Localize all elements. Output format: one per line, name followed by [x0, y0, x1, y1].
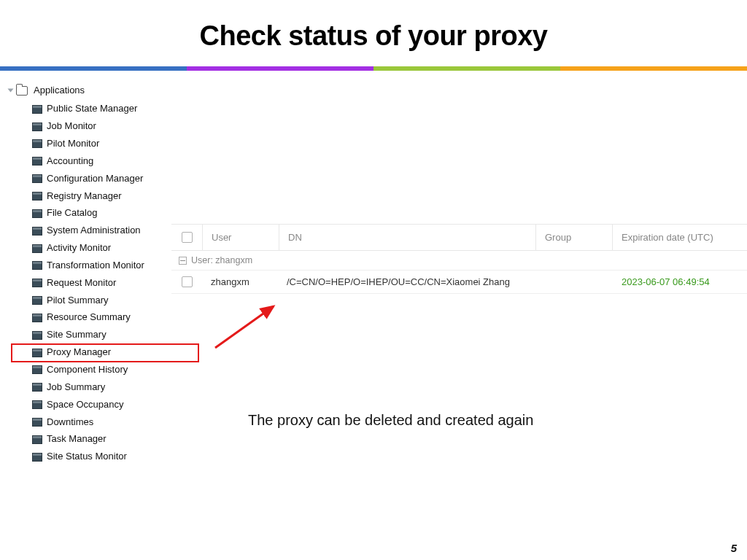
- app-window-icon: [32, 227, 42, 236]
- app-window-icon: [32, 139, 42, 148]
- sidebar-item-label: System Administration: [47, 224, 141, 238]
- sidebar-item-label: Public State Manager: [47, 102, 137, 116]
- app-window-icon: [32, 314, 42, 322]
- sidebar-item[interactable]: File Catalog: [29, 205, 198, 222]
- sidebar-tree: Applications Public State ManagerJob Mon…: [9, 84, 198, 466]
- sidebar-item-label: Downtimes: [47, 416, 93, 429]
- sidebar-item-label: Site Status Monitor: [47, 450, 127, 464]
- row-expiration: 2023-06-07 06:49:54: [613, 271, 747, 293]
- tree-root-applications[interactable]: Applications: [9, 84, 198, 98]
- header-group[interactable]: Group: [536, 225, 613, 250]
- sidebar-item-label: Site Summary: [47, 328, 107, 342]
- slide-title: Check status of your proxy: [0, 20, 747, 52]
- proxy-table: User DN Group Expiration date (UTC) User…: [171, 224, 747, 294]
- svg-line-0: [215, 306, 274, 348]
- app-window-icon: [32, 105, 42, 114]
- sidebar-item-label: Proxy Manager: [47, 346, 111, 359]
- sidebar-item[interactable]: Component History: [29, 362, 198, 379]
- sidebar-item-label: Registry Manager: [47, 190, 122, 203]
- sidebar-item-label: Accounting: [47, 155, 93, 168]
- sidebar-item-label: File Catalog: [47, 206, 97, 220]
- app-window-icon: [32, 279, 42, 287]
- sidebar-item-label: Task Manager: [47, 432, 107, 446]
- sidebar-item[interactable]: Accounting: [29, 152, 198, 170]
- checkbox-icon: [182, 232, 193, 243]
- header-checkbox-cell[interactable]: [171, 225, 203, 250]
- sidebar-item[interactable]: Pilot Monitor: [29, 136, 198, 153]
- app-window-icon: [32, 157, 42, 166]
- table-group-row[interactable]: User: zhangxm: [171, 251, 747, 271]
- sidebar-item-label: Request Monitor: [47, 276, 116, 290]
- app-window-icon: [32, 383, 42, 392]
- app-window-icon: [32, 453, 42, 462]
- row-dn: /C=CN/O=HEP/O=IHEP/OU=CC/CN=Xiaomei Zhan…: [278, 271, 537, 293]
- sidebar-item[interactable]: Resource Summary: [29, 309, 198, 327]
- sidebar-item[interactable]: Pilot Summary: [29, 292, 198, 309]
- sidebar-item[interactable]: Proxy Manager: [12, 344, 198, 362]
- app-window-icon: [32, 418, 42, 427]
- app-window-icon: [32, 296, 42, 305]
- sidebar-item-label: Pilot Summary: [47, 294, 109, 308]
- tree-root-label: Applications: [34, 84, 85, 98]
- collapse-icon: [179, 257, 187, 265]
- page-number: 5: [731, 542, 737, 554]
- app-window-icon: [32, 209, 42, 218]
- sidebar-item[interactable]: Registry Manager: [29, 187, 198, 205]
- arrow-annotation-icon: [212, 300, 285, 351]
- caret-down-icon: [8, 89, 14, 93]
- app-window-icon: [32, 435, 42, 444]
- app-window-icon: [32, 349, 42, 357]
- sidebar-item[interactable]: Configuration Manager: [29, 170, 198, 187]
- caption-text: The proxy can be deleted and created aga…: [248, 412, 533, 429]
- sidebar-item-label: Resource Summary: [47, 311, 131, 324]
- folder-icon: [16, 86, 28, 96]
- app-window-icon: [32, 244, 42, 253]
- app-window-icon: [32, 122, 42, 131]
- table-row[interactable]: zhangxm /C=CN/O=HEP/O=IHEP/OU=CC/CN=Xiao…: [171, 271, 747, 294]
- app-window-icon: [32, 400, 42, 409]
- sidebar-item-label: Space Occupancy: [47, 398, 124, 412]
- sidebar-item-label: Configuration Manager: [47, 172, 143, 186]
- sidebar-item-label: Job Monitor: [47, 120, 96, 133]
- sidebar-item-label: Component History: [47, 363, 128, 377]
- sidebar-item-label: Job Summary: [47, 381, 105, 394]
- row-user: zhangxm: [202, 271, 278, 293]
- header-dn[interactable]: DN: [279, 225, 536, 250]
- row-group: [537, 271, 613, 293]
- sidebar-item[interactable]: Downtimes: [29, 413, 198, 431]
- sidebar-item[interactable]: Space Occupancy: [29, 396, 198, 413]
- sidebar-item[interactable]: Task Manager: [29, 431, 198, 448]
- app-window-icon: [32, 192, 42, 201]
- sidebar-item-label: Transformation Monitor: [47, 259, 144, 273]
- app-window-icon: [32, 261, 42, 270]
- checkbox-icon: [182, 276, 193, 287]
- app-window-icon: [32, 331, 42, 340]
- sidebar-item[interactable]: Public State Manager: [29, 101, 198, 118]
- app-window-icon: [32, 174, 42, 183]
- row-checkbox-cell[interactable]: [171, 271, 202, 293]
- table-header: User DN Group Expiration date (UTC): [171, 224, 747, 251]
- header-expiration[interactable]: Expiration date (UTC): [613, 225, 747, 250]
- header-user[interactable]: User: [203, 225, 279, 250]
- sidebar-item[interactable]: Job Monitor: [29, 118, 198, 136]
- sidebar-item-label: Activity Monitor: [47, 241, 111, 255]
- group-label: User: zhangxm: [191, 255, 252, 265]
- app-window-icon: [32, 365, 42, 374]
- sidebar-item-label: Pilot Monitor: [47, 137, 99, 151]
- sidebar-item[interactable]: Site Summary: [29, 327, 198, 344]
- sidebar-item[interactable]: Job Summary: [29, 378, 198, 396]
- sidebar-item[interactable]: Site Status Monitor: [29, 448, 198, 466]
